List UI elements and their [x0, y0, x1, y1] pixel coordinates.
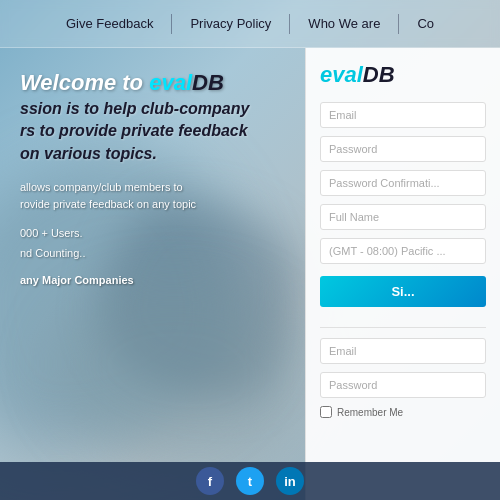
- signup-timezone-input[interactable]: [320, 238, 486, 264]
- right-panel: evalDB Si... Remember Me: [305, 48, 500, 500]
- tagline-line2: rs to provide private feedback: [20, 122, 248, 139]
- panel-logo-eval: eval: [320, 62, 363, 87]
- tagline-line3: on various topics.: [20, 145, 157, 162]
- hero-content: Welcome to evalDB ssion is to help club-…: [10, 60, 300, 296]
- login-email-input[interactable]: [320, 338, 486, 364]
- footer-bar: f t in: [0, 462, 500, 500]
- signup-password-input[interactable]: [320, 136, 486, 162]
- panel-logo: evalDB: [320, 62, 395, 88]
- desc-line1: allows company/club members to: [20, 181, 183, 193]
- tagline-line1: ssion is to help club-company: [20, 100, 249, 117]
- stat2: nd Counting..: [20, 247, 85, 259]
- welcome-heading: Welcome to evalDB: [20, 70, 290, 96]
- signup-timezone-field: [320, 238, 486, 264]
- nav-who-we-are[interactable]: Who We are: [290, 16, 398, 31]
- desc-line2: rovide private feedback on any topic: [20, 198, 196, 210]
- signup-email-input[interactable]: [320, 102, 486, 128]
- linkedin-icon[interactable]: in: [276, 467, 304, 495]
- login-email-field: [320, 338, 486, 364]
- signup-email-field: [320, 102, 486, 128]
- nav-give-feedback[interactable]: Give Feedback: [48, 16, 171, 31]
- brand-db: DB: [192, 70, 224, 95]
- remember-me-checkbox[interactable]: [320, 406, 332, 418]
- brand-eval: eval: [149, 70, 192, 95]
- nav-co[interactable]: Co: [399, 16, 452, 31]
- remember-me-label: Remember Me: [337, 407, 403, 418]
- signup-password-confirm-input[interactable]: [320, 170, 486, 196]
- hero-companies: any Major Companies: [20, 274, 290, 286]
- navbar: Give Feedback Privacy Policy Who We are …: [0, 0, 500, 48]
- signup-fullname-field: [320, 204, 486, 230]
- hero-stats: 000 + Users. nd Counting..: [20, 224, 290, 264]
- login-password-input[interactable]: [320, 372, 486, 398]
- nav-privacy-policy[interactable]: Privacy Policy: [172, 16, 289, 31]
- twitter-icon[interactable]: t: [236, 467, 264, 495]
- form-divider: [320, 327, 486, 328]
- signup-button[interactable]: Si...: [320, 276, 486, 307]
- signup-password-confirm-field: [320, 170, 486, 196]
- nav-items: Give Feedback Privacy Policy Who We are …: [48, 14, 452, 34]
- stat1: 000 + Users.: [20, 227, 83, 239]
- welcome-prefix: Welcome to: [20, 70, 149, 95]
- signup-fullname-input[interactable]: [320, 204, 486, 230]
- signup-password-field: [320, 136, 486, 162]
- signup-form: Si...: [320, 102, 486, 307]
- hero-tagline: ssion is to help club-company rs to prov…: [20, 98, 290, 165]
- panel-logo-db: DB: [363, 62, 395, 87]
- remember-me-row: Remember Me: [320, 406, 486, 418]
- login-password-field: [320, 372, 486, 398]
- hero-description: allows company/club members to rovide pr…: [20, 179, 290, 212]
- login-form: Remember Me: [320, 338, 486, 418]
- facebook-icon[interactable]: f: [196, 467, 224, 495]
